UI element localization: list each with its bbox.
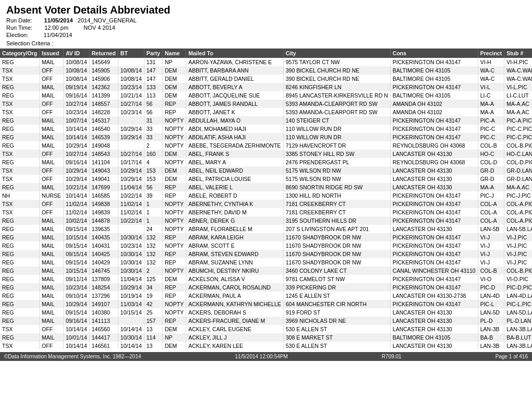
table-cell: ABBOTT, BEVERLY A — [186, 83, 284, 91]
table-cell: 09/19/14 — [63, 83, 89, 91]
table-cell: 10/21/14 — [118, 91, 144, 100]
table-cell: MAIL — [40, 125, 64, 133]
table-cell: 8690 SNORTIN RIDGE RD SW — [283, 183, 390, 191]
table-cell: 11670 SHADYBROOK DR NW — [283, 241, 390, 250]
table-cell: 110 WILLOW RUN DR — [283, 125, 390, 133]
table-cell: LANCASTER OH 43130 — [390, 325, 478, 333]
table-cell: AMANDA OH 43102 — [390, 108, 478, 116]
table-row: REGMAIL10/08/14145649131NPAARON-YAZAWA, … — [0, 58, 532, 66]
table-cell: 10/27/14 — [118, 150, 144, 158]
table-cell: LANCASTER OH 43130 — [390, 183, 478, 191]
table-cell: VI-H — [478, 58, 504, 66]
table-cell: ACKERMAN, CAROL ROSALIND — [186, 283, 284, 292]
table-cell: 09/15/14 — [63, 241, 89, 250]
table-cell: ABDILATIF, ASHA HAJI — [186, 133, 284, 141]
table-cell: LAN-5D — [478, 308, 504, 317]
table-cell: MAIL — [40, 83, 64, 91]
table-cell: ABEL, MARY A — [186, 158, 284, 166]
table-row: REGMAIL10/15/1414043510/30/14132REPABRAM… — [0, 233, 532, 241]
table-cell: 149838 — [89, 200, 118, 208]
table-cell: ACKERS-FRACURE, DIANE M — [186, 317, 284, 325]
table-cell: MAIL — [40, 233, 64, 241]
table-cell: MAIL — [40, 116, 64, 125]
table-row: REGMAIL10/01/1414441710/30/14114NPACKLEY… — [0, 333, 532, 342]
table-cell: MAIL — [40, 292, 64, 300]
table-cell: LAN-5B.LAN — [504, 225, 532, 233]
table-cell: VI-J — [478, 258, 504, 267]
table-cell: ABRAM, SUZANNE LYNN — [186, 258, 284, 267]
table-cell: 11670 SHADYBROOK DR NW — [283, 233, 390, 241]
table-cell: 56 — [144, 108, 162, 116]
table-cell: 1 — [144, 216, 162, 225]
table-cell: OFF — [40, 150, 64, 158]
report-footer: ©Data Information Management Systems, In… — [0, 352, 532, 361]
table-cell: MAIL — [40, 300, 64, 308]
table-cell: 19 — [144, 292, 162, 300]
table-cell: MA-A — [478, 100, 504, 108]
table-cell: COL-D — [478, 158, 504, 166]
table-cell: COL-D.PIC — [504, 158, 532, 166]
table-cell: ABELE, ROBERT D — [186, 191, 284, 200]
table-cell: 10/23/14 — [63, 108, 89, 116]
table-cell: AMANDA OH 43102 — [390, 100, 478, 108]
table-cell: 146585 — [89, 191, 118, 200]
table-cell: 10/30/14 — [118, 333, 144, 342]
table-cell: VI-J.PIC — [504, 258, 532, 267]
table-cell: ABRAM, SCOTT E — [186, 241, 284, 250]
table-cell: 10/14/14 — [63, 325, 89, 333]
table-cell: NOPTY — [162, 200, 186, 208]
table-cell: 145905 — [89, 66, 118, 75]
table-cell: ABERNETHY, CYNTHIA K — [186, 200, 284, 208]
table-row: REGMAIL10/07/1414531731NOPTYABDULLAH, MA… — [0, 116, 532, 125]
table-cell: 139635 — [89, 225, 118, 233]
table-cell: PICKERINGTON OH 43147 — [390, 133, 478, 141]
table-cell: 146539 — [89, 133, 118, 141]
table-cell: WA-C — [478, 75, 504, 83]
table-cell: BA-B — [478, 333, 504, 342]
table-cell: VI-O — [478, 275, 504, 283]
table-cell: NOPTY — [162, 141, 186, 150]
table-cell: ABRAM, KARA LEIGH — [186, 233, 284, 241]
table-cell: NURSE — [40, 191, 64, 200]
column-header-cons: Cons — [390, 49, 478, 58]
table-cell: VI-L — [478, 83, 504, 91]
table-cell: MA-A.AC — [504, 100, 532, 108]
table-cell: 132 — [144, 233, 162, 241]
table-cell: GR-D — [478, 166, 504, 175]
table-cell: MAIL — [40, 333, 64, 342]
table-cell: 11/02/14 — [118, 208, 144, 216]
table-cell: 5393 AMANDA-CLEARPORT RD SW — [283, 108, 390, 116]
table-cell: 133 — [144, 83, 162, 91]
table-cell: 144878 — [89, 216, 118, 225]
table-cell: NOPTY — [162, 208, 186, 216]
table-cell: OFF — [40, 66, 64, 75]
table-cell: TSX — [0, 200, 40, 208]
table-row: REGMAIL10/14/1414654010/29/1433NOPTYABDI… — [0, 125, 532, 133]
table-cell: DEM — [162, 275, 186, 283]
table-cell: ACKERS, DEBORAH S — [186, 308, 284, 317]
table-cell: 144417 — [89, 333, 118, 342]
table-row: REGMAIL10/21/1414769911/04/1456REPABEL, … — [0, 183, 532, 191]
table-cell: 140429 — [89, 258, 118, 267]
table-row: REGMAIL10/02/1414487810/22/141NOPTYABNER… — [0, 216, 532, 225]
table-cell: REG — [0, 91, 40, 100]
table-cell — [118, 58, 144, 66]
table-cell: NOPTY — [162, 158, 186, 166]
table-cell: PICKERINGTON OH 43147 — [390, 258, 478, 267]
election-label: Election: 11/04/2014 — [6, 32, 82, 38]
table-row: TSXOFF10/23/1414822810/23/1456REPABBOTT,… — [0, 108, 532, 116]
table-cell: LAN-3B.LAN — [504, 342, 532, 350]
table-cell: 13 — [144, 325, 162, 333]
table-cell: REP — [162, 191, 186, 200]
header-election: Election: 11/04/2014 — [6, 32, 526, 38]
table-cell: LANCASTER OH 43130 — [390, 150, 478, 158]
table-cell: MAIL — [40, 267, 64, 275]
table-cell: DEM — [162, 91, 186, 100]
table-cell: 09/15/14 — [63, 308, 89, 317]
table-cell: 7181 CREEKBERRY CT — [283, 208, 390, 216]
table-cell: ACKERMANN, KATHRYN MICHELLE — [186, 300, 284, 308]
table-row: TSXOFF10/14/1414656110/14/1413DEMACKLEY,… — [0, 342, 532, 350]
table-cell: 157 — [144, 317, 162, 325]
table-cell: 10/27/14 — [63, 100, 89, 108]
table-cell: 33 — [144, 125, 162, 133]
